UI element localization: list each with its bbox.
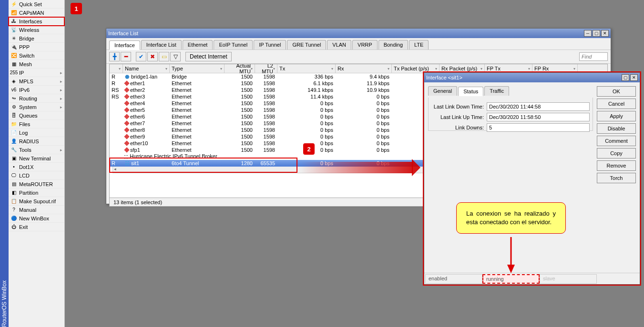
sidebar-item-tools[interactable]: 🔧Tools▸ — [9, 146, 64, 154]
sidebar: ⚡Quick Set📶CAPsMAN🖧Interfaces📡Wireless✳B… — [9, 0, 65, 327]
torch-button[interactable]: Torch — [597, 173, 636, 183]
minimize-button[interactable]: ─ — [584, 30, 592, 37]
tab-ip-tunnel[interactable]: IP Tunnel — [254, 40, 286, 50]
sidebar-item-switch[interactable]: 🔀Switch — [9, 51, 64, 60]
col-header[interactable]: Rx — [336, 64, 392, 73]
submenu-arrow-icon: ▸ — [60, 88, 62, 92]
tab-lte[interactable]: LTE — [409, 40, 429, 50]
comment-button[interactable]: Comment — [597, 136, 636, 146]
sidebar-label: MPLS — [19, 79, 33, 84]
tab-vrrp[interactable]: VRRP — [352, 40, 378, 50]
sidebar-label: Queues — [19, 113, 38, 119]
toolbar: ╋ ━ ✔ ✖ ▭ ▽ Detect Internet — [106, 50, 611, 64]
dialog-close-button[interactable]: ✕ — [630, 74, 638, 81]
close-button[interactable]: ✕ — [601, 30, 609, 37]
sidebar-item-quick-set[interactable]: ⚡Quick Set — [9, 0, 64, 9]
dialog-tabs: GeneralStatusTraffic — [428, 86, 593, 98]
sidebar-item-manual[interactable]: ?Manual — [9, 206, 64, 214]
sidebar-item-exit[interactable]: ⏻Exit — [9, 223, 64, 231]
find-input[interactable] — [579, 52, 608, 61]
enable-button[interactable]: ✔ — [136, 52, 146, 61]
dialog-tab-traffic[interactable]: Traffic — [484, 86, 509, 96]
tab-eoip-tunnel[interactable]: EoIP Tunnel — [214, 40, 253, 50]
sidebar-item-new-terminal[interactable]: ▣New Terminal — [9, 154, 64, 163]
comment-button[interactable]: ▭ — [159, 52, 169, 61]
sidebar-icon: ? — [10, 207, 17, 213]
tab-interface-list[interactable]: Interface List — [141, 40, 182, 50]
col-header[interactable] — [110, 64, 123, 73]
last-down-value — [487, 102, 590, 111]
sidebar-item-radius[interactable]: 👤RADIUS — [9, 137, 64, 146]
sidebar-label: MetaROUTER — [19, 181, 53, 187]
maximize-button[interactable]: ▢ — [593, 30, 600, 37]
sidebar-icon: • — [10, 164, 17, 170]
link-downs-label: Link Downs: — [431, 125, 484, 130]
dialog-maximize-button[interactable]: ▢ — [622, 74, 629, 81]
sidebar-icon: 📁 — [10, 121, 17, 128]
dialog-title: Interface <sit1> — [426, 75, 621, 80]
sidebar-item-queues[interactable]: 🗄Queues — [9, 111, 64, 120]
interface-detail-dialog: Interface <sit1> ▢ ✕ GeneralStatusTraffi… — [424, 72, 640, 285]
sidebar-item-ppp[interactable]: 🔌PPP — [9, 43, 64, 51]
dialog-tab-general[interactable]: General — [428, 86, 457, 96]
cancel-button[interactable]: Cancel — [597, 99, 636, 109]
sidebar-item-routing[interactable]: ↬Routing▸ — [9, 94, 64, 103]
sidebar-icon: 📄 — [10, 129, 17, 136]
sidebar-item-dot1x[interactable]: •Dot1X — [9, 163, 64, 171]
tab-ethernet[interactable]: Ethernet — [183, 40, 213, 50]
disable-button[interactable]: Disable — [597, 123, 636, 134]
sidebar-item-lcd[interactable]: 🖵LCD — [9, 171, 64, 180]
tab-bonding[interactable]: Bonding — [378, 40, 408, 50]
ok-button[interactable]: OK — [597, 86, 636, 97]
sidebar-item-make-supout.rif[interactable]: 📋Make Supout.rif — [9, 197, 64, 206]
sidebar-item-wireless[interactable]: 📡Wireless — [9, 26, 64, 34]
sidebar-label: Dot1X — [19, 164, 34, 170]
sidebar-icon: 🖧 — [10, 18, 17, 25]
sidebar-item-files[interactable]: 📁Files — [9, 120, 64, 129]
dialog-titlebar[interactable]: Interface <sit1> ▢ ✕ — [424, 73, 640, 82]
detect-internet-button[interactable]: Detect Internet — [185, 52, 232, 61]
sidebar-item-new-winbox[interactable]: 🔵New WinBox — [9, 214, 64, 223]
sidebar-label: New Terminal — [19, 156, 51, 161]
titlebar[interactable]: Interface List ─ ▢ ✕ — [106, 29, 611, 38]
sidebar-item-capsman[interactable]: 📶CAPsMAN — [9, 9, 64, 17]
sidebar-label: IPv6 — [19, 87, 30, 93]
copy-button[interactable]: Copy — [597, 148, 636, 159]
dialog-tab-status[interactable]: Status — [458, 87, 483, 96]
tab-gre-tunnel[interactable]: GRE Tunnel — [287, 40, 326, 50]
disable-button[interactable]: ✖ — [147, 52, 158, 61]
sidebar-label: Interfaces — [19, 19, 42, 24]
sidebar-label: LCD — [19, 173, 30, 178]
filter-button[interactable]: ▽ — [170, 52, 181, 61]
sidebar-item-bridge[interactable]: ✳Bridge — [9, 34, 64, 43]
apply-button[interactable]: Apply — [597, 111, 636, 121]
tab-vlan[interactable]: VLAN — [327, 40, 351, 50]
sidebar-icon: 🔧 — [10, 147, 17, 153]
sidebar-item-mpls[interactable]: ◈MPLS▸ — [9, 77, 64, 86]
sidebar-item-ip[interactable]: 255IP▸ — [9, 69, 64, 77]
annotation-callout: La conexion se ha realizado y esta conec… — [456, 202, 566, 234]
sidebar-item-interfaces[interactable]: 🖧Interfaces — [9, 17, 64, 26]
sidebar-icon: 🖵 — [10, 172, 17, 179]
sidebar-item-system[interactable]: ⚙System▸ — [9, 103, 64, 111]
sidebar-item-log[interactable]: 📄Log — [9, 129, 64, 137]
col-header[interactable]: Type — [170, 64, 225, 73]
col-header[interactable]: Name — [123, 64, 170, 73]
sidebar-icon: ⏻ — [10, 224, 17, 230]
col-header[interactable]: Actual MTU — [225, 64, 255, 73]
sidebar-label: Log — [19, 130, 28, 136]
tab-interface[interactable]: Interface — [109, 40, 140, 50]
sidebar-item-mesh[interactable]: ▦Mesh — [9, 60, 64, 69]
annotation-marker-2: 2 — [303, 143, 315, 155]
sidebar-item-partition[interactable]: ◧Partition — [9, 188, 64, 197]
sidebar-item-metarouter[interactable]: ▤MetaROUTER — [9, 180, 64, 188]
sidebar-label: PPP — [19, 44, 30, 50]
sidebar-icon: ▤ — [10, 181, 17, 188]
remove-button[interactable]: Remove — [597, 160, 636, 171]
remove-button[interactable]: ━ — [121, 52, 131, 61]
dialog-status-row: enabled running slave — [424, 273, 640, 285]
col-header[interactable]: L2 MTU — [255, 64, 277, 73]
add-button[interactable]: ╋ — [109, 52, 120, 61]
col-header[interactable]: Tx — [277, 64, 336, 73]
sidebar-item-ipv6[interactable]: v6IPv6▸ — [9, 86, 64, 94]
